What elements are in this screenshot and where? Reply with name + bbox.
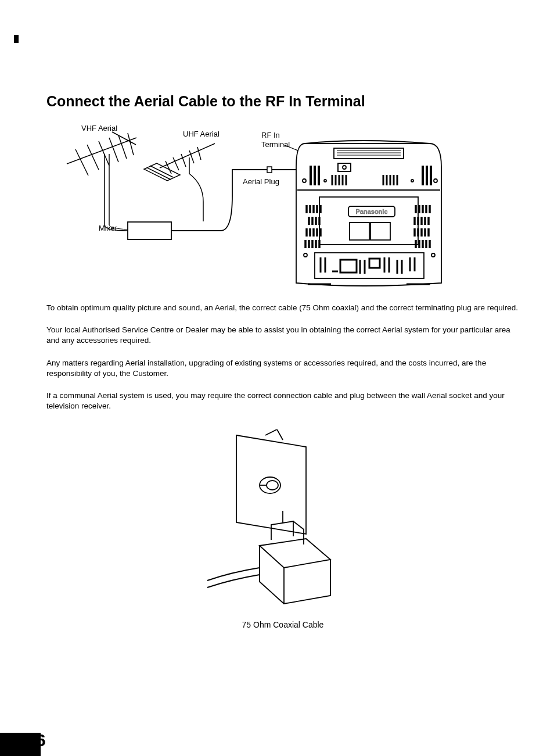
scan-artifact — [14, 35, 19, 43]
aerial-plug-label: Aerial Plug — [243, 177, 279, 186]
scan-artifact-bar — [0, 733, 41, 756]
svg-point-109 — [267, 481, 278, 490]
coaxial-wall-socket-diagram — [196, 429, 370, 615]
svg-line-3 — [87, 145, 99, 170]
svg-line-7 — [128, 133, 134, 155]
svg-line-15 — [197, 147, 201, 160]
svg-line-13 — [181, 154, 186, 167]
coaxial-plug-icon — [260, 511, 330, 604]
vhf-aerial-label: VHF Aerial — [81, 124, 117, 132]
svg-line-16 — [148, 168, 171, 180]
paragraph-4: If a communal Aerial system is used, you… — [46, 390, 519, 411]
vhf-aerial-icon — [67, 133, 136, 225]
brand-label: Panasonic — [355, 208, 387, 215]
uhf-aerial-icon — [144, 144, 215, 181]
page-title: Connect the Aerial Cable to the RF In Te… — [46, 93, 519, 110]
paragraph-3: Any matters regarding Aerial installatio… — [46, 358, 519, 379]
paragraph-2: Your local Authorised Service Centre or … — [46, 325, 519, 346]
wall-plate-icon — [236, 435, 306, 534]
svg-line-14 — [189, 151, 194, 163]
svg-line-10 — [160, 144, 215, 168]
svg-line-2 — [75, 149, 88, 175]
document-page: Connect the Aerial Cable to the RF In Te… — [0, 0, 554, 653]
coaxial-caption: 75 Ohm Coaxial Cable — [46, 620, 519, 629]
aerial-wiring-diagram: VHF Aerial UHF Aerial — [46, 120, 494, 289]
aerial-plug-icon — [267, 167, 272, 173]
rf-in-label-line1: RF In — [261, 131, 280, 139]
mixer-icon — [128, 222, 171, 239]
svg-line-5 — [109, 138, 118, 162]
svg-line-4 — [99, 141, 109, 166]
body-text-block: To obtain optimum quality picture and so… — [46, 303, 519, 412]
rf-in-label-line2: Terminal — [261, 140, 290, 149]
uhf-aerial-label: UHF Aerial — [183, 130, 220, 138]
svg-line-1 — [67, 138, 136, 164]
paragraph-1: To obtain optimum quality picture and so… — [46, 303, 519, 313]
